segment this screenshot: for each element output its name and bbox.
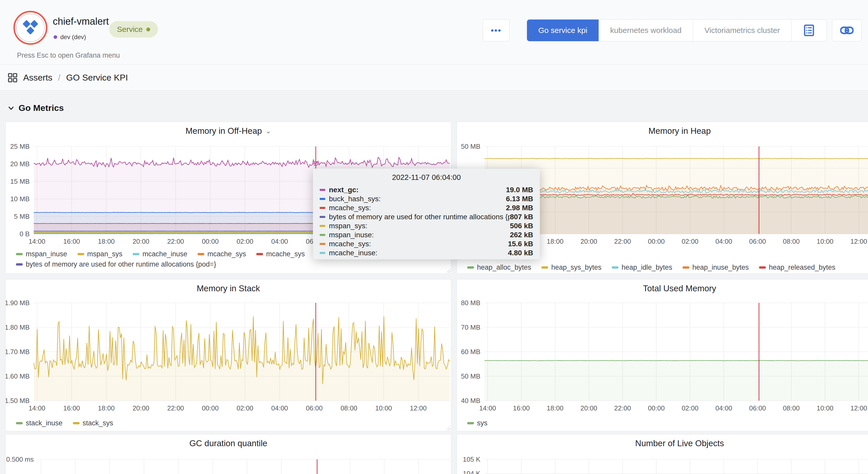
dashboard-list-button[interactable] xyxy=(792,20,827,41)
chart-tooltip: 2022-11-07 06:04:00 next_gc:19.0 MBbuck_… xyxy=(313,169,540,260)
tooltip-series-label: mspan_inuse: xyxy=(329,231,510,239)
breadcrumb-current: GO Service KPI xyxy=(66,73,128,82)
service-logo[interactable] xyxy=(13,11,48,45)
tooltip-series-label: next_gc: xyxy=(329,186,506,194)
legend-item-mcache-inuse[interactable]: mcache_inuse xyxy=(133,250,187,258)
legend-item-bytes-of-memory-are-used-for-other-runtime-allocations-pod-[interactable]: bytes of memory are used for other runti… xyxy=(16,261,216,268)
y-axis-tick: 0 B xyxy=(20,230,30,238)
tab-go-service-kpi[interactable]: Go service kpi xyxy=(527,20,599,41)
legend-item-mspan-inuse[interactable]: mspan_inuse xyxy=(16,250,67,258)
legend-label: bytes of memory are used for other runti… xyxy=(26,261,216,268)
legend-label: heap_released_bytes xyxy=(769,264,835,271)
x-axis-tick: 18:00 xyxy=(98,404,115,412)
x-axis-tick: 04:00 xyxy=(271,238,288,245)
chart-gc-duration-quantile[interactable]: 0.500 ms xyxy=(6,434,452,474)
tab-kubernetes-workload[interactable]: kubernetes workload xyxy=(599,20,693,41)
x-axis-tick: 02:00 xyxy=(237,404,253,412)
x-axis-tick: 14:00 xyxy=(479,404,496,412)
legend-label: mcache_sys xyxy=(266,250,305,258)
share-link-button[interactable] xyxy=(832,19,862,41)
series-color-icon xyxy=(16,253,23,255)
legend-item-stack-inuse[interactable]: stack_inuse xyxy=(16,419,63,427)
series-color-icon xyxy=(320,234,325,236)
x-axis-tick: 20:00 xyxy=(133,238,149,245)
x-axis-tick: 18:00 xyxy=(547,238,563,245)
tab-victoriametrics-cluster[interactable]: Victoriametrics cluster xyxy=(693,20,792,41)
series-color-icon xyxy=(16,263,23,266)
legend-label: mcache_sys xyxy=(207,250,246,258)
x-axis-tick: 02:00 xyxy=(682,238,699,245)
x-axis-tick: 18:00 xyxy=(98,238,115,245)
service-badge-label: Service xyxy=(117,25,143,34)
series-color-icon xyxy=(467,266,474,269)
tooltip-series-row: mspan_sys:506 kB xyxy=(320,221,533,230)
row-go-metrics[interactable]: Go Metrics xyxy=(8,103,64,113)
series-color-icon xyxy=(256,253,263,255)
legend-item-mspan-sys[interactable]: mspan_sys xyxy=(78,250,123,258)
legend-label: mspan_inuse xyxy=(26,250,67,258)
x-axis-tick: 08:00 xyxy=(783,238,800,245)
more-options-button[interactable]: ••• xyxy=(483,19,509,41)
x-axis-tick: 10:00 xyxy=(817,404,834,412)
chart-memory-in-stack[interactable]: 14:0016:0018:0020:0022:0000:0002:0004:00… xyxy=(6,279,452,432)
series-color-icon xyxy=(683,266,689,269)
tooltip-series-value: 262 kB xyxy=(510,231,533,239)
collapse-chevron-icon xyxy=(8,105,14,111)
legend-label: sys xyxy=(477,419,488,427)
y-axis-tick: 0.500 ms xyxy=(6,455,34,463)
series-color-icon xyxy=(320,198,325,200)
tooltip-series-value: 19.0 MB xyxy=(506,186,533,194)
legend-item-heap-inuse-bytes[interactable]: heap_inuse_bytes xyxy=(683,264,749,271)
panel-number-of-live-objects: Number of Live Objects 105 K104 K xyxy=(457,434,868,474)
legend-item-heap-released-bytes[interactable]: heap_released_bytes xyxy=(759,264,835,271)
tooltip-series-value: 506 kB xyxy=(510,222,533,230)
tooltip-series-value: 6.13 MB xyxy=(506,195,533,203)
x-axis-tick: 08:00 xyxy=(341,404,357,412)
tooltip-series-label: buck_hash_sys: xyxy=(329,195,506,203)
series-color-icon xyxy=(16,422,23,424)
x-axis-tick: 12:00 xyxy=(410,404,427,412)
legend-item-sys[interactable]: sys xyxy=(467,419,488,427)
x-axis-tick: 10:00 xyxy=(375,404,392,412)
x-axis-tick: 04:00 xyxy=(715,238,732,245)
legend-label: stack_sys xyxy=(83,419,113,427)
y-axis-tick: 40 MB xyxy=(461,397,480,405)
series-color-icon xyxy=(612,266,618,269)
grafana-menu-hint: Press Esc to open Grafana menu xyxy=(17,52,120,60)
breadcrumb: Asserts / GO Service KPI xyxy=(8,65,128,91)
x-axis-tick: 22:00 xyxy=(167,238,184,245)
y-axis-tick: 60 MB xyxy=(461,348,480,356)
series-color-icon xyxy=(320,225,325,227)
tooltip-series-row: mspan_inuse:262 kB xyxy=(320,230,533,239)
x-axis-tick: 18:00 xyxy=(547,404,563,412)
legend-item-heap-idle-bytes[interactable]: heap_idle_bytes xyxy=(612,264,672,271)
legend-item-heap-sys-bytes[interactable]: heap_sys_bytes xyxy=(541,264,601,271)
breadcrumb-root[interactable]: Asserts xyxy=(23,73,52,82)
series-color-icon xyxy=(197,253,204,255)
kebab-icon: ••• xyxy=(491,26,501,35)
x-axis-tick: 00:00 xyxy=(648,238,665,245)
apps-grid-icon[interactable] xyxy=(8,73,18,82)
x-axis-tick: 16:00 xyxy=(513,404,530,412)
chart-number-of-live-objects[interactable]: 105 K104 K xyxy=(457,434,868,474)
series-color-icon xyxy=(320,207,325,209)
x-axis-tick: 22:00 xyxy=(614,404,631,412)
legend-item-stack-sys[interactable]: stack_sys xyxy=(73,419,113,427)
x-axis-tick: 12:00 xyxy=(850,238,867,245)
service-badge[interactable]: Service xyxy=(109,21,158,38)
legend-item-mcache-sys[interactable]: mcache_sys xyxy=(256,250,305,258)
legend-item-heap-alloc-bytes[interactable]: heap_alloc_bytes xyxy=(467,264,531,271)
x-axis-tick: 06:00 xyxy=(749,404,766,412)
tooltip-series-label: mcache_sys: xyxy=(329,204,506,212)
breadcrumb-separator: / xyxy=(58,73,60,82)
tooltip-series-value: 807 kB xyxy=(510,213,533,221)
series-color-icon xyxy=(541,266,548,269)
chart-total-used-memory[interactable]: 14:0016:0018:0020:0022:0000:0002:0004:00… xyxy=(457,279,868,432)
x-axis-tick: 06:00 xyxy=(306,404,323,412)
series-line xyxy=(485,361,868,361)
x-axis-tick: 08:00 xyxy=(783,404,800,412)
panel-total-used-memory: Total Used Memory 14:0016:0018:0020:0022… xyxy=(457,279,868,431)
y-axis-tick: 5 MB xyxy=(14,212,30,220)
x-axis-tick: 22:00 xyxy=(614,238,631,245)
legend-item-mcache-sys[interactable]: mcache_sys xyxy=(197,250,246,258)
